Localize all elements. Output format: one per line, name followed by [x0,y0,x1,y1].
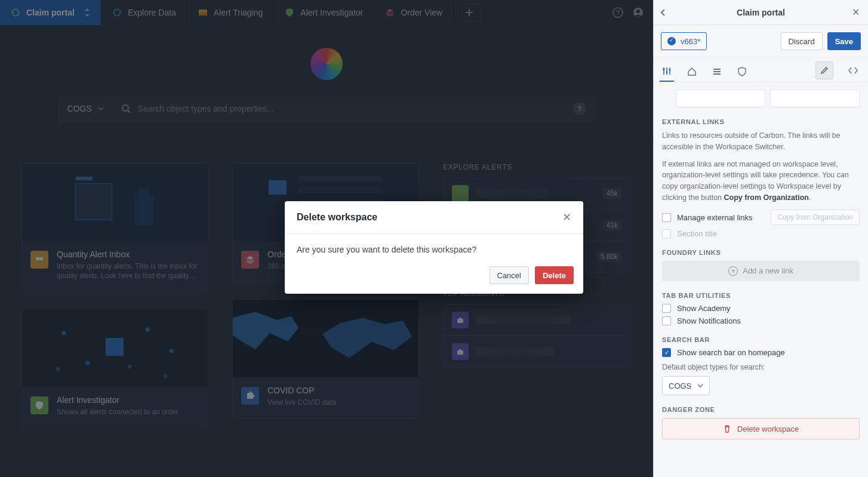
show-searchbar-checkbox[interactable]: ✓Show search bar on homepage [662,348,860,357]
panel-title: Claim portal [673,8,849,17]
trash-icon [723,424,731,433]
main-app-area: Claim portal Explore Data Alert Triaging… [0,0,653,477]
show-academy-checkbox[interactable]: Show Academy [662,304,860,313]
code-icon[interactable] [844,61,862,79]
modal-body: Are you sure you want to delete this wor… [285,234,583,258]
default-type-select[interactable]: COGS [662,376,710,395]
placeholder-input[interactable] [770,90,860,107]
delete-workspace-button[interactable]: Delete workspace [662,418,860,439]
section-title-checkbox[interactable]: Section title [662,229,860,238]
show-notifications-checkbox[interactable]: Show Notifications [662,316,860,325]
cancel-button[interactable]: Cancel [490,266,529,284]
placeholder-input[interactable] [676,90,765,107]
external-links-heading: EXTERNAL LINKS [662,118,860,125]
danger-zone-heading: DANGER ZONE [662,406,860,413]
version-chip[interactable]: v663* [661,32,707,50]
svg-point-15 [663,68,664,70]
chevron-down-icon [697,384,703,387]
add-new-link-button[interactable]: + Add a new link [662,261,860,281]
settings-panel: Claim portal ✕ v663* Discard Save EXTERN… [653,0,868,477]
searchbar-heading: SEARCH BAR [662,336,860,343]
version-label: v663* [681,37,700,46]
foundry-links-heading: FOUNDRY LINKS [662,249,860,256]
discard-button[interactable]: Discard [781,32,823,50]
check-icon [667,37,676,45]
plus-icon: + [728,266,738,276]
modal-title: Delete workspace [297,212,377,223]
manage-external-links-checkbox[interactable]: Manage external links [662,213,752,222]
back-icon[interactable] [660,9,673,16]
external-links-note: If external links are not managed on wor… [662,159,860,204]
sliders-icon[interactable] [660,61,674,82]
delete-workspace-modal: Delete workspace ✕ Are you sure you want… [285,201,583,294]
svg-point-17 [669,69,670,70]
close-icon[interactable]: ✕ [562,211,571,224]
external-links-desc: Links to resources outside of Carbon. Th… [662,130,860,153]
close-icon[interactable]: ✕ [849,7,862,18]
home-icon[interactable] [685,61,699,82]
tabbar-utils-heading: TAB BAR UTILITIES [662,292,860,299]
edit-icon[interactable] [815,61,833,79]
list-icon[interactable] [710,61,724,82]
default-types-label: Default object types for search: [662,362,860,373]
shield-icon[interactable] [735,61,749,82]
delete-button[interactable]: Delete [535,266,574,284]
svg-point-16 [666,71,667,73]
copy-from-org-button[interactable]: Copy from Organization [771,210,860,225]
save-button[interactable]: Save [827,32,861,50]
